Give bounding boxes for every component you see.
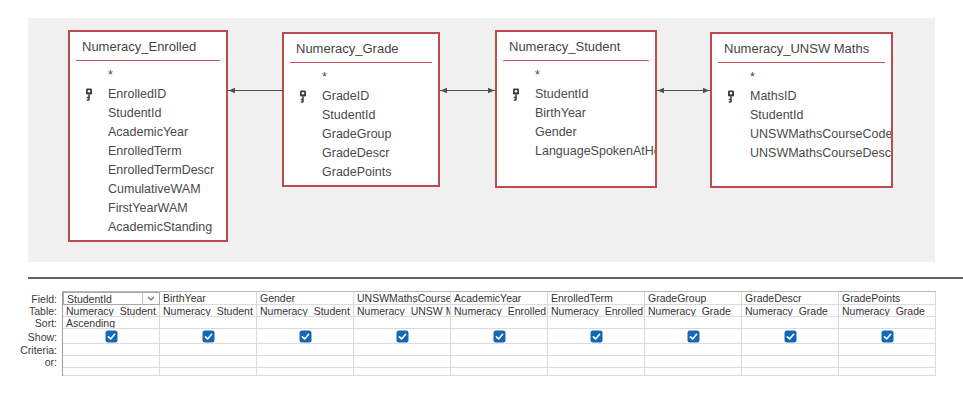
table-field[interactable]: StudentId — [284, 106, 438, 125]
or-cell[interactable] — [645, 356, 742, 368]
table-card[interactable]: Numeracy_Enrolled*EnrolledIDStudentIdAca… — [68, 30, 228, 242]
criteria-cell[interactable] — [645, 344, 742, 356]
show-cell[interactable] — [839, 329, 936, 344]
table-card[interactable]: Numeracy_Grade*GradeIDStudentIdGradeGrou… — [282, 32, 440, 187]
table-field[interactable]: EnrolledTermDescr — [70, 161, 226, 180]
table-field[interactable]: AcademicYear — [70, 123, 226, 142]
criteria-cell[interactable] — [742, 344, 839, 356]
table-field[interactable]: AcademicStanding — [70, 218, 226, 237]
table-cell[interactable]: Numeracy_UNSW Math — [354, 305, 451, 317]
field-cell[interactable]: GradeDescr — [742, 292, 839, 305]
table-title[interactable]: Numeracy_Enrolled — [76, 32, 220, 61]
table-field[interactable]: LanguageSpokenAtHor — [497, 142, 655, 161]
join-line[interactable] — [657, 86, 710, 95]
show-checkbox[interactable] — [784, 330, 797, 343]
blank-cell[interactable] — [548, 368, 645, 376]
blank-cell[interactable] — [742, 368, 839, 376]
or-cell[interactable] — [160, 356, 257, 368]
table-card[interactable]: Numeracy_UNSW Maths*MathsIDStudentIdUNSW… — [710, 32, 893, 188]
join-line[interactable] — [440, 86, 495, 95]
sort-cell[interactable] — [354, 317, 451, 329]
field-cell[interactable]: UNSWMathsCourseCod — [354, 292, 451, 305]
or-cell[interactable] — [742, 356, 839, 368]
field-cell[interactable]: EnrolledTerm — [548, 292, 645, 305]
or-cell[interactable] — [63, 356, 160, 368]
criteria-cell[interactable] — [63, 344, 160, 356]
table-cell[interactable]: Numeracy_Student — [257, 305, 354, 317]
table-cell[interactable]: Numeracy_Grade — [839, 305, 936, 317]
table-field[interactable]: StudentId — [497, 85, 655, 104]
blank-cell[interactable] — [645, 368, 742, 376]
table-field[interactable]: UNSWMathsCourseCode — [712, 125, 891, 144]
sort-cell[interactable]: Ascending — [63, 317, 160, 329]
blank-cell[interactable] — [354, 368, 451, 376]
show-checkbox[interactable] — [493, 330, 506, 343]
table-cell[interactable]: Numeracy_Grade — [645, 305, 742, 317]
blank-cell[interactable] — [451, 368, 548, 376]
or-cell[interactable] — [839, 356, 936, 368]
show-cell[interactable] — [548, 329, 645, 344]
table-cell[interactable]: Numeracy_Grade — [742, 305, 839, 317]
or-cell[interactable] — [257, 356, 354, 368]
join-line[interactable] — [228, 86, 283, 95]
sort-cell[interactable] — [160, 317, 257, 329]
show-checkbox[interactable] — [202, 330, 215, 343]
field-cell[interactable]: AcademicYear — [451, 292, 548, 305]
show-cell[interactable] — [354, 329, 451, 344]
field-cell[interactable]: StudentId — [63, 292, 160, 305]
blank-cell[interactable] — [160, 368, 257, 376]
or-cell[interactable] — [548, 356, 645, 368]
pane-splitter[interactable] — [28, 277, 963, 279]
table-cell[interactable]: Numeracy_Enrolled — [548, 305, 645, 317]
table-title[interactable]: Numeracy_Student — [503, 32, 649, 61]
table-field[interactable]: MathsID — [712, 87, 891, 106]
table-field[interactable]: FirstYearWAM — [70, 199, 226, 218]
criteria-cell[interactable] — [354, 344, 451, 356]
table-field[interactable]: GradeDescr — [284, 144, 438, 163]
blank-cell[interactable] — [839, 368, 936, 376]
blank-cell[interactable] — [63, 368, 160, 376]
table-field[interactable]: BirthYear — [497, 104, 655, 123]
asterisk-row[interactable]: * — [497, 66, 655, 85]
criteria-cell[interactable] — [257, 344, 354, 356]
table-title[interactable]: Numeracy_UNSW Maths — [718, 34, 885, 63]
sort-cell[interactable] — [451, 317, 548, 329]
or-cell[interactable] — [451, 356, 548, 368]
sort-cell[interactable] — [645, 317, 742, 329]
show-checkbox[interactable] — [881, 330, 894, 343]
table-cell[interactable]: Numeracy_Student — [160, 305, 257, 317]
table-field[interactable]: UNSWMathsCourseDescr — [712, 144, 891, 163]
show-cell[interactable] — [160, 329, 257, 344]
table-field[interactable]: EnrolledID — [70, 85, 226, 104]
table-cell[interactable]: Numeracy_Enrolled — [451, 305, 548, 317]
criteria-cell[interactable] — [160, 344, 257, 356]
or-cell[interactable] — [354, 356, 451, 368]
table-cell[interactable]: Numeracy_Student — [63, 305, 160, 317]
field-cell[interactable]: Gender — [257, 292, 354, 305]
show-checkbox[interactable] — [396, 330, 409, 343]
show-checkbox[interactable] — [299, 330, 312, 343]
sort-cell[interactable] — [839, 317, 936, 329]
table-card[interactable]: Numeracy_Student*StudentIdBirthYearGende… — [495, 30, 657, 188]
show-checkbox[interactable] — [105, 330, 118, 343]
table-field[interactable]: CumulativeWAM — [70, 180, 226, 199]
asterisk-row[interactable]: * — [70, 66, 226, 85]
field-cell[interactable]: GradeGroup — [645, 292, 742, 305]
asterisk-row[interactable]: * — [284, 68, 438, 87]
table-title[interactable]: Numeracy_Grade — [290, 34, 432, 63]
blank-cell[interactable] — [257, 368, 354, 376]
table-field[interactable]: Gender — [497, 123, 655, 142]
table-field[interactable]: GradePoints — [284, 163, 438, 182]
show-cell[interactable] — [257, 329, 354, 344]
show-cell[interactable] — [63, 329, 160, 344]
table-field[interactable]: StudentId — [70, 104, 226, 123]
asterisk-row[interactable]: * — [712, 68, 891, 87]
sort-cell[interactable] — [257, 317, 354, 329]
criteria-cell[interactable] — [451, 344, 548, 356]
field-cell[interactable]: GradePoints — [839, 292, 936, 305]
show-checkbox[interactable] — [590, 330, 603, 343]
criteria-cell[interactable] — [548, 344, 645, 356]
sort-cell[interactable] — [742, 317, 839, 329]
table-field[interactable]: StudentId — [712, 106, 891, 125]
sort-cell[interactable] — [548, 317, 645, 329]
